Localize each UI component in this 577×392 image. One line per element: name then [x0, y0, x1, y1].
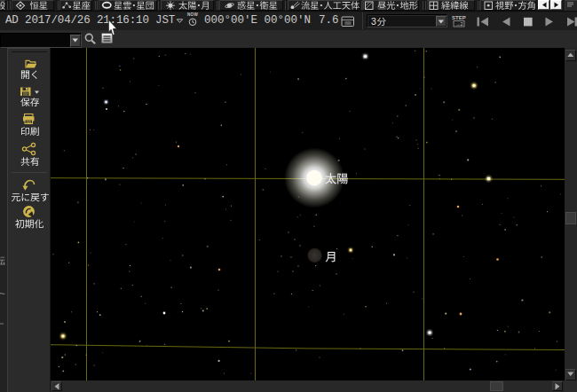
svg-text:NOW: NOW: [187, 12, 198, 17]
svg-text:STEP: STEP: [452, 15, 466, 20]
svg-text:→2: →2: [455, 21, 463, 27]
